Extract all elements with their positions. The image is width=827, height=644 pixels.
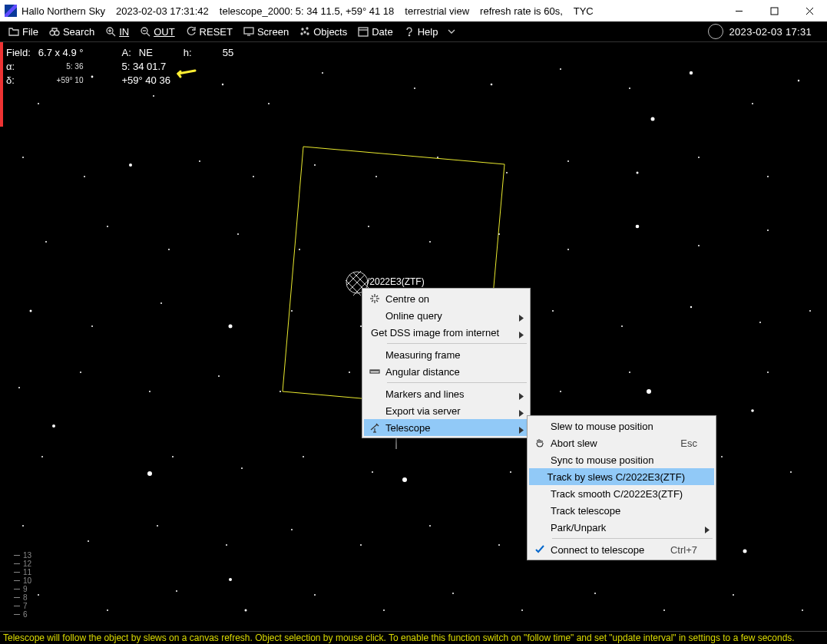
svg-point-70 <box>567 249 569 250</box>
sub-track-slews-label: Track by slews C/2022E3(ZTF) <box>547 471 700 483</box>
sky-canvas[interactable]: Field: 6.7 x 4.9 ° A: NE h: 55 α: 5: 36 … <box>0 42 827 644</box>
svg-point-55 <box>375 176 377 177</box>
svg-point-15 <box>302 28 303 30</box>
svg-point-131 <box>594 593 596 594</box>
ctx-measuring-frame[interactable]: Measuring frame <box>364 346 528 363</box>
sub-abort-label: Abort slew <box>551 438 680 449</box>
svg-point-75 <box>91 325 93 327</box>
menu-zoom-in[interactable]: IN <box>100 22 134 41</box>
status-text: Telescope will follow the object by slew… <box>3 632 795 643</box>
telescope-icon <box>364 422 385 433</box>
menu-dropdown[interactable] <box>443 22 460 41</box>
svg-point-117 <box>429 525 431 527</box>
scale-9: 9 <box>23 585 28 593</box>
svg-point-69 <box>498 233 500 235</box>
svg-point-116 <box>360 544 362 546</box>
svg-point-91 <box>280 391 281 392</box>
menu-screen[interactable]: Screen <box>238 22 294 41</box>
menu-search[interactable]: Search <box>44 22 100 41</box>
svg-point-99 <box>41 456 43 457</box>
svg-point-58 <box>567 160 569 162</box>
svg-point-97 <box>647 389 651 394</box>
ctx-online-label: Online query <box>385 310 514 322</box>
svg-point-57 <box>506 172 508 173</box>
binoculars-icon <box>49 26 60 37</box>
sub-sync[interactable]: Sync to mouse position <box>529 451 714 468</box>
svg-point-73 <box>767 230 769 231</box>
sub-park-unpark[interactable]: Park/Unpark <box>529 519 714 536</box>
scale-8: 8 <box>23 593 28 602</box>
svg-point-103 <box>303 456 304 457</box>
ctx-get-dss[interactable]: Get DSS image from internet <box>364 324 528 341</box>
menu-file[interactable]: File <box>3 22 44 41</box>
minimize-button[interactable] <box>721 0 756 21</box>
close-button[interactable] <box>792 0 827 21</box>
sub-connect-label: Connect to telescope <box>551 544 670 556</box>
ctx-angular-distance[interactable]: Angular distance <box>364 363 528 380</box>
svg-point-61 <box>767 176 769 177</box>
sub-slew[interactable]: Slew to mouse position <box>529 418 714 434</box>
chevron-right-icon <box>705 524 710 536</box>
svg-line-153 <box>371 424 377 430</box>
menu-date[interactable]: Date <box>352 22 398 41</box>
menu-zoom-out[interactable]: OUT <box>134 22 180 41</box>
monitor-icon <box>243 26 254 37</box>
svg-point-63 <box>107 226 108 227</box>
svg-point-96 <box>629 372 630 373</box>
ctx-telescope[interactable]: Telescope <box>364 419 528 436</box>
ctx-centre-on[interactable]: Centre on <box>364 290 528 307</box>
svg-point-134 <box>802 609 803 611</box>
svg-point-101 <box>172 456 174 457</box>
sub-track-smooth[interactable]: Track smooth C/2022E3(ZTF) <box>529 485 714 502</box>
maximize-button[interactable] <box>756 0 792 21</box>
svg-point-85 <box>759 322 761 323</box>
chevron-right-icon <box>519 312 524 324</box>
svg-point-118 <box>498 544 500 546</box>
svg-rect-20 <box>359 28 368 36</box>
ctx-markers-label: Markers and lines <box>385 388 514 400</box>
sub-sync-label: Sync to mouse position <box>551 454 700 466</box>
menu-objects[interactable]: Objects <box>294 22 352 41</box>
context-menu-telescope: Slew to mouse position Abort slew Esc Sy… <box>527 415 716 560</box>
ctx-export-server[interactable]: Export via server <box>364 402 528 419</box>
svg-point-46 <box>690 71 693 74</box>
svg-point-128 <box>383 609 385 611</box>
sub-track-telescope[interactable]: Track telescope <box>529 502 714 519</box>
hud-alt-value: 55 <box>223 47 240 59</box>
separator <box>552 538 713 539</box>
sub-track-slews[interactable]: Track by slews C/2022E3(ZTF) <box>529 468 714 485</box>
svg-point-41 <box>322 72 323 74</box>
svg-point-22 <box>409 35 409 35</box>
svg-point-51 <box>129 163 132 167</box>
svg-point-18 <box>307 33 309 35</box>
svg-point-136 <box>52 424 55 428</box>
title-datetime: 2023-02-03 17:31:42 <box>116 5 209 17</box>
hud-overlay: Field: 6.7 x 4.9 ° A: NE h: 55 α: 5: 36 … <box>5 45 241 88</box>
ctx-markers-lines[interactable]: Markers and lines <box>364 385 528 402</box>
zoom-out-icon <box>140 26 151 37</box>
ruler-icon <box>364 366 385 377</box>
ctx-online-query[interactable]: Online query <box>364 307 528 324</box>
hud-delta-small: +59° 10 <box>38 74 90 87</box>
scale-11: 11 <box>23 568 31 576</box>
window-caption: Hallo Northern Sky 2023-02-03 17:31:42 t… <box>22 5 721 17</box>
scale-13: 13 <box>23 551 31 560</box>
svg-point-59 <box>637 172 639 174</box>
context-menu-main: Centre on Online query Get DSS image fro… <box>362 288 531 438</box>
svg-point-60 <box>698 157 700 158</box>
menu-help[interactable]: Help <box>399 22 444 41</box>
svg-point-122 <box>743 550 747 553</box>
svg-point-83 <box>621 325 623 327</box>
svg-point-125 <box>176 590 177 592</box>
separator <box>387 382 527 383</box>
sub-connect[interactable]: Connect to telescope Ctrl+7 <box>529 541 714 558</box>
status-bar: Telescope will follow the object by slew… <box>0 631 827 644</box>
hud-delta-value: +59° 40 36 <box>121 74 181 87</box>
sub-abort[interactable]: Abort slew Esc <box>529 434 714 451</box>
svg-point-67 <box>368 226 369 227</box>
svg-point-49 <box>22 157 24 158</box>
svg-point-106 <box>510 471 511 473</box>
scale-10: 10 <box>23 576 31 585</box>
reset-icon <box>186 26 197 37</box>
menu-reset[interactable]: RESET <box>180 22 238 41</box>
